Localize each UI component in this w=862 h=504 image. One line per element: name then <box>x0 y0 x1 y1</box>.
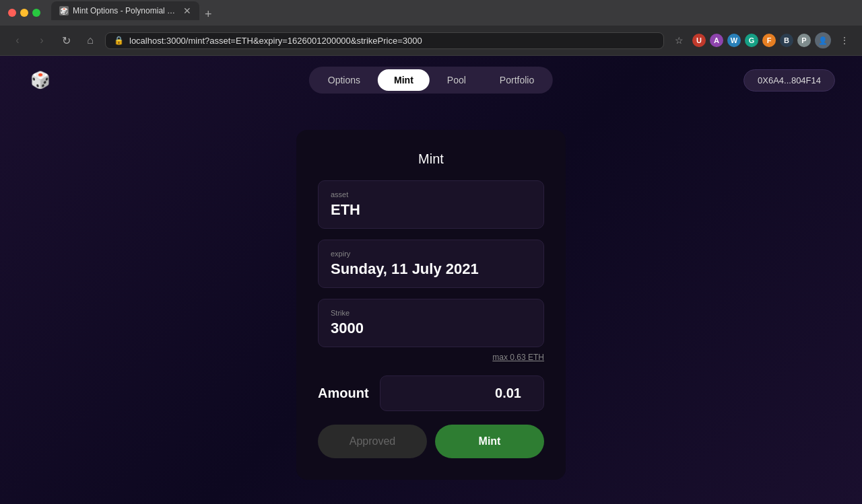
extension-icon-5[interactable]: F <box>762 34 776 47</box>
tab-pool[interactable]: Pool <box>431 69 482 91</box>
max-link[interactable]: max 0.63 ETH <box>318 353 544 362</box>
expiry-value: Sunday, 11 July 2021 <box>331 260 531 278</box>
toolbar-right: ☆ U A W G F B P 👤 ⋮ <box>669 31 854 50</box>
browser-toolbar: ‹ › ↻ ⌂ 🔒 localhost:3000/mint?asset=ETH&… <box>0 26 862 55</box>
home-button[interactable]: ⌂ <box>81 31 100 50</box>
expiry-label: expiry <box>331 250 531 258</box>
lock-icon: 🔒 <box>114 36 124 45</box>
browser-titlebar: 🎲 Mint Options - Polynomial Fina ✕ + <box>0 0 862 26</box>
tab-title: Mint Options - Polynomial Fina <box>73 6 179 15</box>
address-bar[interactable]: 🔒 localhost:3000/mint?asset=ETH&expiry=1… <box>105 32 664 49</box>
amount-label: Amount <box>318 386 369 401</box>
approved-button[interactable]: Approved <box>318 425 427 458</box>
profile-avatar[interactable]: 👤 <box>815 32 831 48</box>
url-text: localhost:3000/mint?asset=ETH&expiry=162… <box>129 36 422 46</box>
amount-input[interactable] <box>393 386 531 401</box>
main-content: Mint asset ETH expiry Sunday, 11 July 20… <box>0 104 862 504</box>
extension-icon-6[interactable]: B <box>780 34 793 47</box>
tab-close-button[interactable]: ✕ <box>183 5 191 16</box>
close-window-button[interactable] <box>8 9 16 17</box>
asset-label: asset <box>331 190 531 199</box>
page: 🎲 Options Mint Pool Portfolio 0X6A4...80… <box>0 56 862 504</box>
expiry-field: expiry Sunday, 11 July 2021 <box>318 240 544 288</box>
extension-icon-1[interactable]: U <box>692 34 706 47</box>
extension-icon-2[interactable]: A <box>710 34 723 47</box>
tab-mint[interactable]: Mint <box>378 69 430 91</box>
minimize-window-button[interactable] <box>20 9 28 17</box>
nav-tabs: Options Mint Pool Portfolio <box>309 67 553 94</box>
browser-tabs: 🎲 Mint Options - Polynomial Fina ✕ + <box>51 5 218 20</box>
amount-input-container[interactable] <box>380 375 544 411</box>
strike-value: 3000 <box>331 320 531 337</box>
tab-options[interactable]: Options <box>312 69 376 91</box>
extension-icon-4[interactable]: G <box>745 34 758 47</box>
wallet-button[interactable]: 0X6A4...804F14 <box>743 69 835 92</box>
amount-row: Amount <box>318 375 544 411</box>
tab-favicon: 🎲 <box>59 6 69 15</box>
card-title: Mint <box>318 151 544 167</box>
refresh-button[interactable]: ↻ <box>57 31 75 50</box>
buttons-row: Approved Mint <box>318 425 544 458</box>
strike-label: Strike <box>331 309 531 317</box>
back-button[interactable]: ‹ <box>8 31 27 50</box>
mint-button[interactable]: Mint <box>435 425 544 458</box>
asset-field: asset ETH <box>318 180 544 229</box>
browser-chrome: 🎲 Mint Options - Polynomial Fina ✕ + ‹ ›… <box>0 0 862 56</box>
strike-field: Strike 3000 <box>318 299 544 347</box>
logo: 🎲 <box>27 67 54 94</box>
bookmark-icon[interactable]: ☆ <box>669 31 688 50</box>
extension-icon-7[interactable]: P <box>797 34 811 47</box>
forward-button[interactable]: › <box>32 31 51 50</box>
active-tab[interactable]: 🎲 Mint Options - Polynomial Fina ✕ <box>51 1 199 20</box>
top-nav: 🎲 Options Mint Pool Portfolio 0X6A4...80… <box>0 56 862 104</box>
tab-portfolio[interactable]: Portfolio <box>484 69 550 91</box>
new-tab-button[interactable]: + <box>199 8 218 20</box>
maximize-window-button[interactable] <box>32 9 40 17</box>
asset-value: ETH <box>331 201 531 219</box>
extension-icon-3[interactable]: W <box>727 34 741 47</box>
traffic-lights <box>8 9 40 17</box>
mint-card: Mint asset ETH expiry Sunday, 11 July 20… <box>296 130 566 480</box>
menu-icon[interactable]: ⋮ <box>835 31 854 50</box>
